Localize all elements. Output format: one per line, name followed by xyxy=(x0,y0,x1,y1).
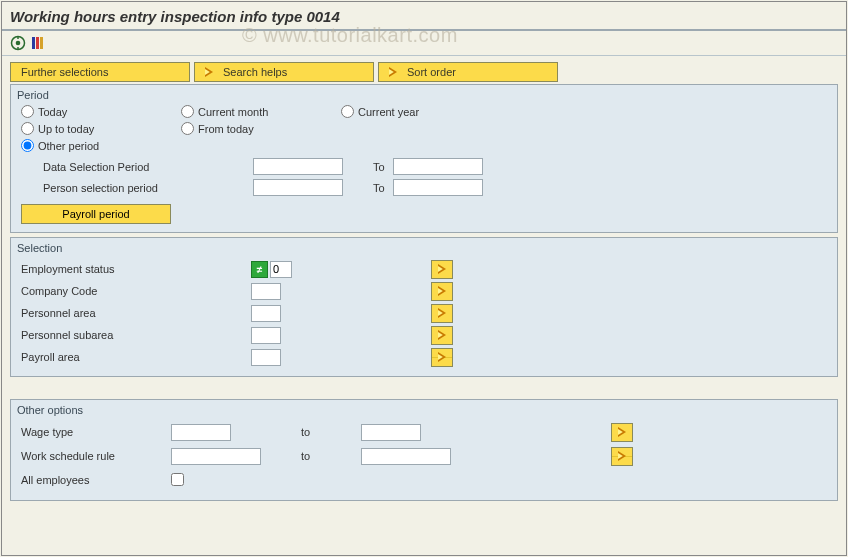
arrow-right-icon xyxy=(618,451,626,461)
selection-row: Payroll area xyxy=(21,346,827,368)
multiple-selection-button[interactable] xyxy=(431,282,453,301)
data-selection-from-input[interactable] xyxy=(253,158,343,175)
svg-rect-4 xyxy=(32,37,35,49)
to-label: To xyxy=(373,182,385,194)
selection-row: Employment status≠ xyxy=(21,258,827,280)
radio-input[interactable] xyxy=(181,122,194,135)
to-label: to xyxy=(301,426,361,438)
person-selection-from-input[interactable] xyxy=(253,179,343,196)
label: All employees xyxy=(21,474,171,486)
sort-order-button[interactable]: Sort order xyxy=(378,62,558,82)
arrow-right-icon xyxy=(205,67,213,77)
label: Sort order xyxy=(407,66,456,78)
arrow-right-icon xyxy=(438,330,446,340)
label: Today xyxy=(38,106,67,118)
wsr-to-input[interactable] xyxy=(361,448,451,465)
multiple-selection-button[interactable] xyxy=(431,304,453,323)
selection-row: Company Code xyxy=(21,280,827,302)
radio-input[interactable] xyxy=(21,105,34,118)
person-selection-to-input[interactable] xyxy=(393,179,483,196)
period-group: Period Today Current month Current year … xyxy=(10,84,838,233)
label: From today xyxy=(198,123,254,135)
label: Personnel area xyxy=(21,307,251,319)
radio-current-year[interactable]: Current year xyxy=(341,105,501,118)
radio-up-to-today[interactable]: Up to today xyxy=(21,122,181,135)
selection-group: Selection Employment status≠Company Code… xyxy=(10,237,838,377)
other-options-legend: Other options xyxy=(17,404,827,416)
label: Employment status xyxy=(21,263,251,275)
work-schedule-rule-row: Work schedule rule to xyxy=(21,444,827,468)
to-label: To xyxy=(373,161,385,173)
wsr-from-input[interactable] xyxy=(171,448,261,465)
radio-today[interactable]: Today xyxy=(21,105,181,118)
radio-current-month[interactable]: Current month xyxy=(181,105,341,118)
to-label: to xyxy=(301,450,361,462)
radio-input[interactable] xyxy=(21,122,34,135)
arrow-right-icon xyxy=(438,264,446,274)
label: Data Selection Period xyxy=(43,161,253,173)
multiple-selection-button[interactable] xyxy=(431,348,453,367)
data-selection-to-input[interactable] xyxy=(393,158,483,175)
label: Current year xyxy=(358,106,419,118)
label: Further selections xyxy=(21,66,108,78)
label: Wage type xyxy=(21,426,171,438)
selection-value-input[interactable] xyxy=(251,327,281,344)
label: Personnel subarea xyxy=(21,329,251,341)
label: Up to today xyxy=(38,123,94,135)
period-legend: Period xyxy=(17,89,827,101)
selection-value-input[interactable] xyxy=(251,283,281,300)
execute-icon[interactable] xyxy=(10,35,26,51)
multiple-selection-button[interactable] xyxy=(431,326,453,345)
wage-type-row: Wage type to xyxy=(21,420,827,444)
svg-point-1 xyxy=(16,41,21,46)
wsr-multi-button[interactable] xyxy=(611,447,633,466)
arrow-right-icon xyxy=(389,67,397,77)
label: Search helps xyxy=(223,66,287,78)
page-title: Working hours entry inspection info type… xyxy=(2,2,846,31)
label: Current month xyxy=(198,106,268,118)
app-toolbar xyxy=(2,31,846,56)
further-selections-button[interactable]: Further selections xyxy=(10,62,190,82)
radio-other-period[interactable]: Other period xyxy=(21,139,181,152)
label: Work schedule rule xyxy=(21,450,171,462)
arrow-right-icon xyxy=(618,427,626,437)
selection-row: Personnel subarea xyxy=(21,324,827,346)
all-employees-row: All employees xyxy=(21,468,827,492)
wage-type-from-input[interactable] xyxy=(171,424,231,441)
label: Company Code xyxy=(21,285,251,297)
radio-from-today[interactable]: From today xyxy=(181,122,341,135)
arrow-right-icon xyxy=(438,286,446,296)
not-equal-icon[interactable]: ≠ xyxy=(251,261,268,278)
svg-rect-5 xyxy=(36,37,39,49)
selection-value-input[interactable] xyxy=(270,261,292,278)
selection-buttons-row: Further selections Search helps Sort ord… xyxy=(10,62,838,82)
wage-type-to-input[interactable] xyxy=(361,424,421,441)
wage-type-multi-button[interactable] xyxy=(611,423,633,442)
multiple-selection-button[interactable] xyxy=(431,260,453,279)
svg-rect-6 xyxy=(40,37,43,49)
label: Payroll area xyxy=(21,351,251,363)
person-selection-period-row: Person selection period To xyxy=(43,179,827,196)
arrow-right-icon xyxy=(438,352,446,362)
variant-icon[interactable] xyxy=(29,35,45,51)
label: Other period xyxy=(38,140,99,152)
payroll-period-button[interactable]: Payroll period xyxy=(21,204,171,224)
label: Person selection period xyxy=(43,182,253,194)
other-options-group: Other options Wage type to Work schedule… xyxy=(10,399,838,501)
radio-input[interactable] xyxy=(341,105,354,118)
selection-value-input[interactable] xyxy=(251,349,281,366)
selection-legend: Selection xyxy=(17,242,827,254)
radio-input[interactable] xyxy=(21,139,34,152)
data-selection-period-row: Data Selection Period To xyxy=(43,158,827,175)
arrow-right-icon xyxy=(438,308,446,318)
all-employees-checkbox[interactable] xyxy=(171,473,184,486)
selection-row: Personnel area xyxy=(21,302,827,324)
radio-input[interactable] xyxy=(181,105,194,118)
search-helps-button[interactable]: Search helps xyxy=(194,62,374,82)
selection-value-input[interactable] xyxy=(251,305,281,322)
